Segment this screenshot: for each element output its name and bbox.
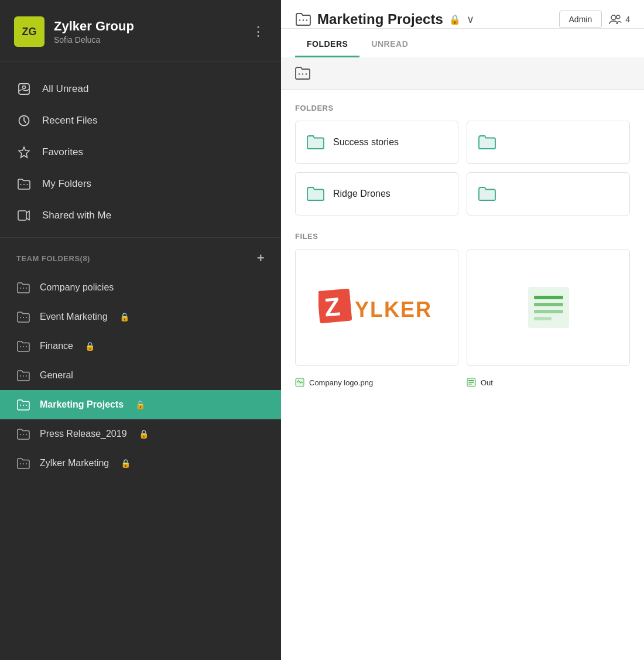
teal-folder-icon-1 (306, 133, 325, 152)
sidebar-item-all-unread[interactable]: All Unread (0, 73, 281, 105)
member-count: 4 (625, 15, 630, 24)
team-folders-label: TEAM FOLDERS(8) (16, 254, 90, 263)
folder-dot-icon (16, 281, 30, 295)
main-content: Marketing Projects 🔒 ∨ Admin 4 FOLDERS U… (281, 0, 644, 660)
sidebar-item-press-release[interactable]: Press Release_2019 🔒 (0, 419, 281, 449)
svg-point-35 (302, 73, 303, 74)
star-icon (16, 145, 32, 160)
lock-icon-finance: 🔒 (85, 341, 95, 351)
svg-rect-41 (534, 296, 563, 299)
tabs-row: FOLDERS UNREAD (281, 31, 644, 57)
main-chevron-icon[interactable]: ∨ (467, 13, 474, 26)
main-header: Marketing Projects 🔒 ∨ Admin 4 (281, 0, 644, 29)
inbox-icon (16, 81, 32, 97)
file-card-inner-out (467, 249, 629, 365)
folder-label-company-policies: Company policies (40, 282, 114, 293)
folder-dot-icon-7 (16, 456, 30, 470)
svg-rect-42 (534, 303, 563, 306)
folder-label-finance: Finance (40, 341, 73, 351)
user-name: Sofia Deluca (54, 35, 240, 45)
add-team-folder-icon[interactable]: + (257, 251, 265, 266)
folder-label-press-release: Press Release_2019 (40, 429, 127, 439)
company-info: Zylker Group Sofia Deluca (54, 19, 240, 45)
sidebar-item-recent-files[interactable]: Recent Files (0, 105, 281, 136)
lock-icon-zylker-marketing: 🔒 (121, 459, 131, 468)
lock-icon-press-release: 🔒 (139, 429, 149, 439)
svg-rect-44 (534, 317, 551, 320)
svg-point-25 (26, 434, 27, 435)
team-folders-header: TEAM FOLDERS(8) + (0, 238, 281, 273)
svg-point-13 (26, 317, 27, 318)
folder-dot-icon-4 (16, 368, 30, 382)
tab-unread[interactable]: UNREAD (359, 31, 420, 57)
sidebar-item-favorites[interactable]: Favorites (0, 136, 281, 168)
folder-card-success-stories[interactable]: Success stories (295, 121, 458, 164)
svg-rect-48 (468, 382, 474, 383)
svg-point-24 (23, 434, 24, 435)
folders-section-label: FOLDERS (295, 104, 630, 112)
svg-point-6 (27, 184, 28, 185)
svg-text:YLKER: YLKER (355, 297, 432, 322)
tab-folders[interactable]: FOLDERS (295, 31, 359, 57)
svg-point-15 (23, 346, 24, 347)
folders-grid: Success stories Ridge Drones (295, 121, 630, 216)
sidebar-item-company-policies[interactable]: Company policies (0, 273, 281, 302)
folder-dot-icon-3 (16, 339, 30, 353)
folder-label-general: General (40, 370, 73, 381)
svg-rect-47 (468, 380, 474, 381)
folder-label-marketing-projects: Marketing Projects (40, 399, 124, 410)
sidebar-header: ZG Zylker Group Sofia Deluca ⋮ (0, 0, 281, 61)
svg-point-14 (20, 346, 21, 347)
file-card-out[interactable] (467, 249, 630, 366)
file-label-out: Out (481, 378, 493, 387)
nav-section: All Unread Recent Files Favorites (0, 61, 281, 238)
file-card-inner-logo: Z YLKER (296, 249, 458, 365)
main-folder-icon (295, 11, 311, 28)
svg-point-22 (26, 405, 27, 406)
sidebar-item-event-marketing[interactable]: Event Marketing 🔒 (0, 302, 281, 331)
sidebar: ZG Zylker Group Sofia Deluca ⋮ All Unrea… (0, 0, 281, 660)
sidebar-item-my-folders[interactable]: My Folders (0, 168, 281, 200)
sidebar-item-zylker-marketing[interactable]: Zylker Marketing 🔒 (0, 449, 281, 478)
svg-point-31 (306, 19, 307, 20)
svg-point-28 (26, 463, 27, 464)
svg-point-4 (20, 184, 22, 185)
admin-button[interactable]: Admin (559, 11, 602, 28)
main-title: Marketing Projects (317, 11, 443, 28)
sidebar-item-marketing-projects[interactable]: Marketing Projects 🔒 (0, 390, 281, 419)
svg-point-27 (23, 463, 24, 464)
folder-card-ridge-drones[interactable]: Ridge Drones (295, 172, 458, 216)
svg-point-12 (23, 317, 24, 318)
folder-card-col2-row2[interactable] (467, 172, 630, 216)
more-options-icon[interactable]: ⋮ (249, 22, 267, 42)
file-names-row: Company logo.png Out (295, 375, 630, 389)
folder-card-col2-row1[interactable] (467, 121, 630, 164)
teal-folder-icon-3 (478, 133, 496, 152)
folder-dot-icon-2 (16, 310, 30, 324)
toolbar-folder-icon[interactable] (293, 63, 313, 83)
nav-label-my-folders: My Folders (42, 178, 91, 190)
svg-point-29 (299, 19, 300, 20)
svg-point-9 (23, 288, 24, 289)
file-card-company-logo[interactable]: Z YLKER (295, 249, 458, 366)
folder-label-zylker-marketing: Zylker Marketing (40, 458, 109, 469)
svg-point-19 (26, 375, 27, 377)
folder-dot-icon-5 (16, 398, 30, 412)
svg-point-34 (299, 73, 300, 74)
file-label-company-logo: Company logo.png (309, 378, 373, 387)
svg-point-33 (616, 15, 620, 19)
sidebar-item-shared[interactable]: Shared with Me (0, 200, 281, 231)
sidebar-item-finance[interactable]: Finance 🔒 (0, 331, 281, 361)
toolbar-row (281, 57, 644, 90)
lock-icon-marketing-projects: 🔒 (135, 400, 145, 409)
svg-rect-49 (468, 384, 472, 385)
nav-label-all-unread: All Unread (42, 83, 88, 95)
company-avatar: ZG (14, 16, 44, 47)
lock-icon-event-marketing: 🔒 (119, 312, 129, 322)
svg-marker-3 (19, 147, 29, 158)
folder-name-success-stories: Success stories (333, 137, 399, 148)
members-badge: 4 (609, 14, 630, 25)
sidebar-item-general[interactable]: General (0, 361, 281, 390)
svg-point-32 (611, 15, 616, 20)
svg-rect-43 (534, 310, 563, 313)
